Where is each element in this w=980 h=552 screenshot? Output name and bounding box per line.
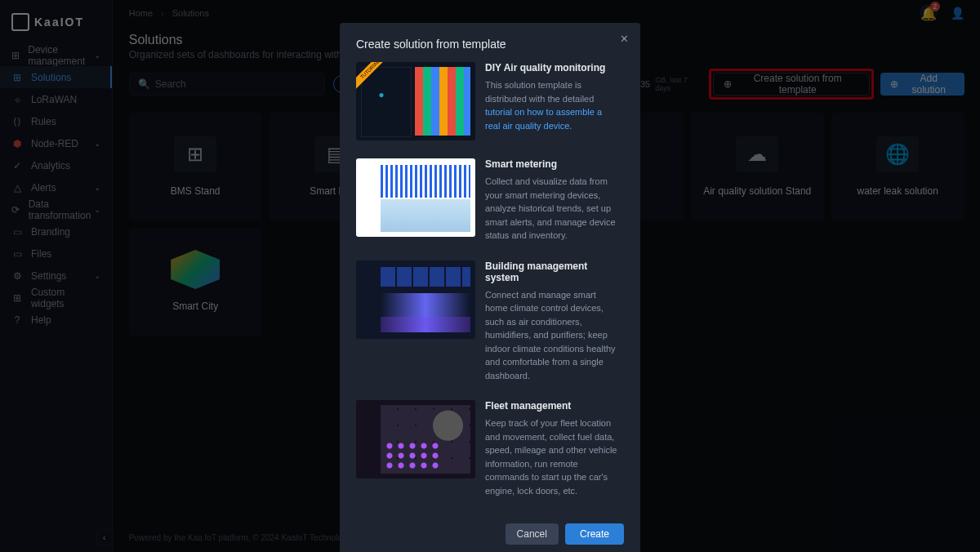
cancel-button[interactable]: Cancel [506, 523, 559, 545]
create-button[interactable]: Create [565, 523, 624, 545]
template-thumb [356, 158, 475, 237]
template-title: DIY Air quality monitoring [485, 62, 617, 73]
template-item[interactable]: Fleet managementKeep track of your fleet… [356, 400, 617, 497]
template-title: Building management system [485, 260, 617, 283]
template-link[interactable]: tutorial on how to assemble a real air q… [485, 107, 602, 131]
template-desc: Connect and manage smart home climate co… [485, 288, 617, 383]
template-desc: This solution template is distributed wi… [485, 78, 617, 132]
template-title: Fleet management [485, 400, 617, 412]
template-desc: Keep track of your fleet location and mo… [485, 416, 617, 497]
template-list[interactable]: TUTORIALDIY Air quality monitoringThis s… [356, 62, 624, 515]
template-thumb [356, 260, 475, 339]
template-title: Smart metering [485, 158, 617, 170]
template-item[interactable]: Smart meteringCollect and visualize data… [356, 158, 617, 243]
close-icon[interactable]: ✕ [620, 33, 629, 45]
template-item[interactable]: TUTORIALDIY Air quality monitoringThis s… [356, 62, 617, 140]
modal-title: Create solution from template [356, 38, 624, 51]
template-item[interactable]: Building management systemConnect and ma… [356, 260, 617, 383]
template-thumb: TUTORIAL [356, 62, 475, 140]
template-thumb [356, 400, 475, 479]
modal-overlay[interactable]: Create solution from template ✕ TUTORIAL… [0, 0, 980, 552]
template-desc: Collect and visualize data from your sma… [485, 175, 617, 243]
create-template-modal: Create solution from template ✕ TUTORIAL… [340, 23, 640, 552]
